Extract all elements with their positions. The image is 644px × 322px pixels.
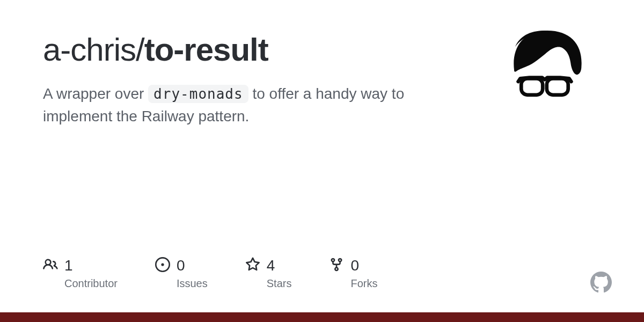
stat-stars[interactable]: 4 Stars bbox=[245, 257, 292, 290]
star-icon bbox=[245, 257, 260, 274]
stat-stars-label: Stars bbox=[267, 277, 292, 290]
avatar-glasses bbox=[518, 78, 572, 95]
header-row: a-chris/to-result A wrapper over dry-mon… bbox=[43, 32, 601, 128]
repo-name: to-result bbox=[144, 32, 268, 68]
stat-contributors-value: 1 bbox=[64, 257, 73, 274]
issue-icon bbox=[155, 257, 170, 274]
stat-issues-value: 0 bbox=[177, 257, 185, 274]
stats-row: 1 Contributor 0 Issues 4 Stars bbox=[43, 257, 377, 290]
svg-rect-1 bbox=[547, 78, 568, 94]
description-code: dry-monads bbox=[148, 85, 248, 103]
stat-issues-label: Issues bbox=[177, 277, 208, 290]
github-logo-icon[interactable] bbox=[590, 272, 612, 295]
repo-owner: a-chris bbox=[43, 32, 136, 68]
fork-icon bbox=[329, 257, 344, 274]
stat-forks-label: Forks bbox=[350, 277, 377, 290]
stat-contributors[interactable]: 1 Contributor bbox=[43, 257, 118, 290]
repo-card: a-chris/to-result A wrapper over dry-mon… bbox=[0, 0, 644, 322]
description-before: A wrapper over bbox=[43, 85, 148, 102]
accent-bar bbox=[0, 312, 644, 322]
stat-stars-value: 4 bbox=[267, 257, 275, 274]
title-separator: / bbox=[136, 32, 144, 68]
people-icon bbox=[43, 257, 58, 274]
repo-title[interactable]: a-chris/to-result bbox=[43, 32, 445, 68]
stat-issues[interactable]: 0 Issues bbox=[155, 257, 208, 290]
stat-forks[interactable]: 0 Forks bbox=[329, 257, 377, 290]
stat-contributors-label: Contributor bbox=[64, 277, 118, 290]
svg-rect-0 bbox=[521, 78, 543, 94]
repo-description: A wrapper over dry-monads to offer a han… bbox=[43, 83, 445, 128]
stat-forks-value: 0 bbox=[350, 257, 359, 274]
text-block: a-chris/to-result A wrapper over dry-mon… bbox=[43, 32, 445, 128]
avatar[interactable] bbox=[494, 21, 596, 123]
